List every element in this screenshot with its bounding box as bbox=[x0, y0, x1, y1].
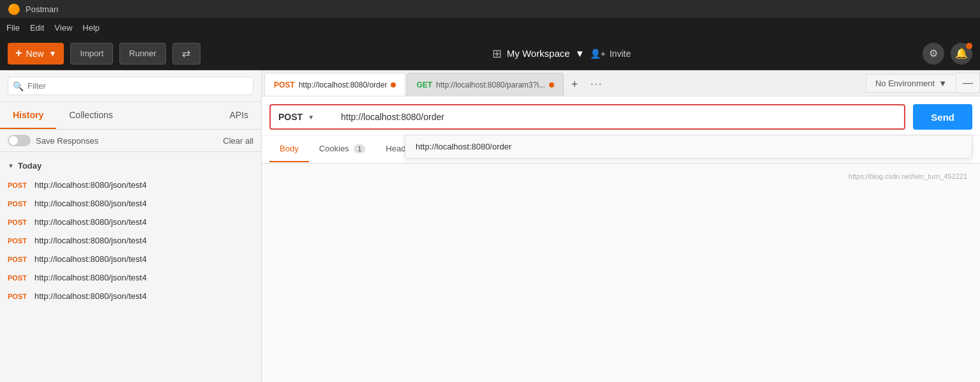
today-header: ▼ Today bbox=[0, 158, 261, 176]
invite-label: Invite bbox=[610, 49, 631, 59]
method-chevron-icon: ▼ bbox=[308, 114, 314, 121]
history-url: http://localhost:8080/json/test4 bbox=[34, 180, 147, 190]
autocomplete-item[interactable]: http://localhost:8080/order bbox=[405, 135, 972, 158]
workspace-chevron-icon: ▼ bbox=[575, 48, 585, 59]
selected-method: POST bbox=[278, 112, 303, 122]
grid-icon: ⊞ bbox=[492, 47, 502, 61]
toolbar-center: ⊞ My Workspace ▼ 👤+ Invite bbox=[207, 47, 916, 61]
sidebar-tabs: History Collections APIs bbox=[0, 102, 261, 130]
history-item[interactable]: POST http://localhost:8080/json/test4 bbox=[0, 176, 261, 194]
request-tabs-bar: POST http://localhost:8080/order GET htt… bbox=[262, 70, 980, 96]
search-icon: 🔍 bbox=[13, 81, 24, 91]
workspace-button[interactable]: ⊞ My Workspace ▼ bbox=[492, 47, 585, 61]
new-button-label: New bbox=[26, 49, 44, 59]
sidebar-content: ▼ Today POST http://localhost:8080/json/… bbox=[0, 152, 261, 382]
menu-help[interactable]: Help bbox=[82, 23, 100, 33]
menu-edit[interactable]: Edit bbox=[30, 23, 44, 33]
user-plus-icon: 👤+ bbox=[590, 49, 606, 59]
url-input[interactable] bbox=[333, 104, 905, 130]
method-post-label: POST bbox=[8, 274, 29, 282]
request-bar: POST ▼ Send http://localhost:8080/order bbox=[262, 96, 980, 135]
unsaved-dot bbox=[391, 82, 396, 88]
request-tab-get[interactable]: GET http://localhost:8080/param3?i... bbox=[407, 73, 563, 96]
gear-icon: ⚙ bbox=[929, 47, 938, 59]
save-responses-label: Save Responses bbox=[36, 136, 98, 146]
tab-url-get: http://localhost:8080/param3?i... bbox=[436, 80, 545, 89]
method-post-label: POST bbox=[8, 293, 29, 300]
method-label-get: GET bbox=[416, 80, 432, 89]
environment-dash-button[interactable]: — bbox=[956, 73, 980, 93]
filter-input[interactable] bbox=[8, 77, 253, 95]
runner-button[interactable]: Runner bbox=[119, 43, 166, 65]
new-button[interactable]: + New ▼ bbox=[8, 43, 64, 65]
environment-label: No Environment bbox=[875, 79, 935, 88]
method-label-post: POST bbox=[274, 80, 295, 89]
add-tab-button[interactable]: + bbox=[565, 75, 584, 94]
history-url: http://localhost:8080/json/test4 bbox=[34, 254, 147, 264]
save-responses-toggle[interactable] bbox=[8, 135, 31, 146]
chevron-down-icon: ▼ bbox=[49, 49, 57, 58]
more-tabs-button[interactable]: ··· bbox=[585, 76, 608, 93]
sidebar: 🔍 History Collections APIs Save Response… bbox=[0, 70, 262, 382]
history-item[interactable]: POST http://localhost:8080/json/test4 bbox=[0, 287, 261, 305]
tab-history[interactable]: History bbox=[0, 102, 56, 129]
tab-url-post: http://localhost:8080/order bbox=[299, 80, 388, 89]
history-item[interactable]: POST http://localhost:8080/json/test4 bbox=[0, 213, 261, 231]
menu-bar: File Edit View Help bbox=[0, 18, 980, 37]
sidebar-actions: Save Responses Clear all bbox=[0, 130, 261, 152]
history-url: http://localhost:8080/json/test4 bbox=[34, 291, 147, 301]
history-url: http://localhost:8080/json/test4 bbox=[34, 199, 147, 208]
response-body-content: https://blog.csdn.net/win_turn_452221 bbox=[262, 164, 980, 382]
toolbar: + New ▼ Import Runner ⇄ ⊞ My Workspace ▼… bbox=[0, 37, 980, 70]
tab-collections[interactable]: Collections bbox=[56, 102, 125, 129]
history-item[interactable]: POST http://localhost:8080/json/test4 bbox=[0, 268, 261, 287]
clear-all-button[interactable]: Clear all bbox=[223, 136, 253, 146]
autocomplete-dropdown: http://localhost:8080/order bbox=[405, 135, 972, 158]
bell-icon: 🔔 bbox=[955, 47, 968, 59]
history-item[interactable]: POST http://localhost:8080/json/test4 bbox=[0, 250, 261, 268]
history-url: http://localhost:8080/json/test4 bbox=[34, 217, 147, 227]
cookies-tab-label: Cookies bbox=[319, 144, 349, 153]
response-tab-cookies[interactable]: Cookies 1 bbox=[309, 136, 376, 162]
watermark-text: https://blog.csdn.net/win_turn_452221 bbox=[269, 171, 972, 181]
send-button[interactable]: Send bbox=[913, 104, 972, 130]
save-responses-toggle-wrap: Save Responses bbox=[8, 135, 98, 146]
invite-button[interactable]: 👤+ Invite bbox=[590, 49, 631, 59]
main-layout: 🔍 History Collections APIs Save Response… bbox=[0, 70, 980, 382]
tab-apis[interactable]: APIs bbox=[216, 102, 261, 129]
menu-view[interactable]: View bbox=[54, 23, 72, 33]
menu-file[interactable]: File bbox=[6, 23, 20, 33]
sync-button[interactable]: ⇄ bbox=[172, 43, 200, 65]
import-button[interactable]: Import bbox=[70, 43, 113, 65]
workspace-label: My Workspace bbox=[507, 48, 570, 59]
history-item[interactable]: POST http://localhost:8080/json/test4 bbox=[0, 194, 261, 213]
sidebar-search-area: 🔍 bbox=[0, 70, 261, 102]
method-dropdown[interactable]: POST ▼ bbox=[269, 104, 333, 130]
notification-badge bbox=[966, 43, 972, 49]
app-title: Postman bbox=[26, 4, 58, 14]
toolbar-right: ⚙ 🔔 bbox=[923, 43, 972, 65]
notifications-button[interactable]: 🔔 bbox=[951, 43, 972, 65]
method-post-label: POST bbox=[8, 181, 29, 189]
app-logo: 🟠 bbox=[8, 3, 20, 15]
body-tab-label: Body bbox=[280, 144, 299, 153]
method-post-label: POST bbox=[8, 218, 29, 226]
environment-selector[interactable]: No Environment ▼ bbox=[866, 74, 956, 93]
environment-selector-area: No Environment ▼ — bbox=[866, 70, 980, 96]
cookies-count-badge: 1 bbox=[354, 144, 365, 153]
request-tab-post[interactable]: POST http://localhost:8080/order bbox=[264, 73, 405, 96]
settings-button[interactable]: ⚙ bbox=[923, 43, 944, 65]
sync-icon: ⇄ bbox=[182, 47, 190, 59]
history-url: http://localhost:8080/json/test4 bbox=[34, 273, 147, 282]
method-post-label: POST bbox=[8, 200, 29, 208]
method-post-label: POST bbox=[8, 256, 29, 263]
content-area: POST http://localhost:8080/order GET htt… bbox=[262, 70, 980, 382]
history-item[interactable]: POST http://localhost:8080/json/test4 bbox=[0, 231, 261, 250]
chevron-down-icon: ▼ bbox=[8, 162, 14, 169]
method-post-label: POST bbox=[8, 237, 29, 245]
unsaved-dot-2 bbox=[549, 82, 554, 88]
plus-icon: + bbox=[15, 47, 22, 60]
today-label: Today bbox=[18, 161, 41, 171]
response-tab-body[interactable]: Body bbox=[269, 136, 309, 162]
title-bar: 🟠 Postman bbox=[0, 0, 980, 18]
